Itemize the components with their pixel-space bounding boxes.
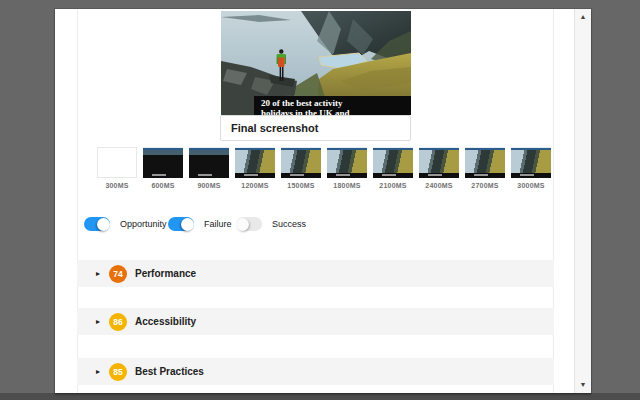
filmstrip-timestamp-label: 2700MS [465,182,505,189]
lighthouse-report-window: 20 of the best activity holidays in the … [55,9,591,393]
filmstrip-timestamp-label: 2400MS [419,182,459,189]
toggle-knob [236,218,249,231]
filmstrip-thumbnail [419,147,459,178]
filmstrip-timestamp-label: 1200MS [235,182,275,189]
toggle-knob [181,218,194,231]
scroll-down-arrow-icon[interactable]: ▼ [575,380,591,390]
article-headline-overlay: 20 of the best activity holidays in the … [254,96,411,115]
filmstrip-thumbnail [327,147,367,178]
performance-score-badge: 74 [109,265,127,283]
toggle-knob [97,218,110,231]
filmstrip-thumbnail [511,147,551,178]
expand-arrow-icon: ▸ [96,308,106,335]
best-practices-section-label: Best Practices [135,366,204,377]
expand-arrow-icon: ▸ [96,260,106,287]
filmstrip-thumbnail [189,147,229,178]
filmstrip-thumbnail [235,147,275,178]
performance-section-header[interactable]: ▸ 74 Performance [77,260,554,287]
opportunity-toggle[interactable] [84,217,110,231]
filmstrip-timestamp-label: 2100MS [373,182,413,189]
scroll-up-arrow-icon[interactable]: ▲ [575,12,591,22]
filmstrip-timestamp-label: 1800MS [327,182,367,189]
headline-line1: 20 of the best activity [261,98,411,108]
best-practices-score-badge: 85 [109,363,127,381]
filmstrip-timestamp-label: 1500MS [281,182,321,189]
failure-toggle-label: Failure [204,217,232,231]
expand-arrow-icon: ▸ [96,358,106,385]
filter-toggles: Opportunity Failure Success [55,217,574,231]
filmstrip-thumbnail [373,147,413,178]
success-toggle-label: Success [272,217,306,231]
best-practices-section-header[interactable]: ▸ 85 Best Practices [77,358,554,385]
filmstrip-thumbnail [465,147,505,178]
filmstrip-timestamp-label: 900MS [189,182,229,189]
accessibility-section-label: Accessibility [135,316,196,327]
accessibility-section-header[interactable]: ▸ 86 Accessibility [77,308,554,335]
filmstrip-timestamp-label: 3000MS [511,182,551,189]
window-bottom-shadow [0,393,640,400]
scrollbar[interactable]: ▲ ▼ [574,9,591,393]
performance-section-label: Performance [135,268,196,279]
headline-line2: holidays in the UK and [261,108,411,115]
filmstrip-thumbnail [143,147,183,178]
filmstrip-thumbnail [281,147,321,178]
final-screenshot-caption: Final screenshot [220,115,411,141]
success-toggle[interactable] [236,217,262,231]
filmstrip-thumbnail [97,147,137,178]
failure-toggle[interactable] [168,217,194,231]
final-screenshot-image: 20 of the best activity holidays in the … [221,11,411,115]
filmstrip-timestamp-label: 300MS [97,182,137,189]
opportunity-toggle-label: Opportunity [120,217,167,231]
filmstrip-timestamp-label: 600MS [143,182,183,189]
accessibility-score-badge: 86 [109,313,127,331]
